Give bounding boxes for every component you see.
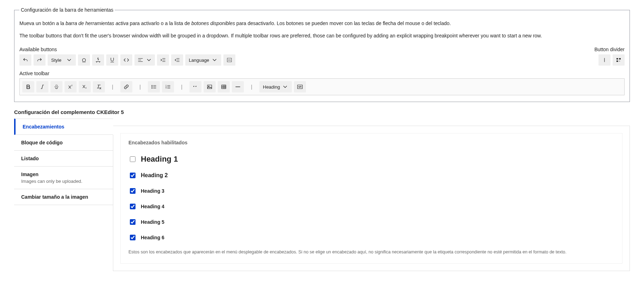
special-char-button[interactable]	[78, 54, 90, 66]
toolbar-separator[interactable]: |	[176, 81, 187, 92]
svg-point-14	[209, 86, 209, 86]
heading-1-checkbox[interactable]	[130, 156, 136, 162]
svg-point-8	[152, 86, 152, 87]
show-blocks-button[interactable]: H1	[223, 54, 235, 66]
plugin-tabs-wrapper: Encabezamientos Bloque de código Listado…	[14, 119, 630, 271]
heading-2-label[interactable]: Heading 2	[141, 172, 168, 179]
numbered-list-button[interactable]: 123	[162, 81, 174, 92]
style-dropdown[interactable]: Style	[48, 54, 76, 66]
code-block-button[interactable]	[294, 81, 306, 92]
heading-4-label[interactable]: Heading 4	[141, 204, 164, 209]
toolbar-separator[interactable]: |	[134, 81, 146, 92]
heading-label: Heading	[263, 84, 280, 90]
svg-text:H1: H1	[228, 59, 231, 61]
active-toolbar-label: Active toolbar	[19, 71, 625, 76]
instruction-1-em1: barra de herramientas activa	[66, 20, 128, 26]
bold-button[interactable]	[22, 81, 34, 92]
heading-option-4: Heading 4	[128, 203, 614, 210]
headings-help-text: Estos son los encabezados que aparecerán…	[128, 249, 614, 256]
toolbar-separator[interactable]: |	[107, 81, 118, 92]
heading-5-checkbox[interactable]	[130, 219, 136, 225]
instruction-1-c: para desactivarlo. Los botones se pueden…	[235, 20, 451, 26]
instruction-1-em2: botones disponibles	[191, 20, 235, 26]
code-button[interactable]	[120, 54, 132, 66]
heading-4-checkbox[interactable]	[130, 204, 136, 209]
tab-sublabel: Images can only be uploaded.	[21, 179, 106, 184]
image-button[interactable]	[204, 81, 216, 92]
underline-button[interactable]	[106, 54, 118, 66]
active-toolbar-list[interactable]: 2 2 | | 123 | | Heading	[19, 78, 625, 95]
svg-rect-3	[619, 58, 621, 60]
alignment-dropdown[interactable]	[134, 54, 155, 66]
headings-panel-title: Encabezados habilitados	[128, 140, 614, 145]
style-label: Style	[51, 58, 61, 63]
heading-option-2: Heading 2	[128, 172, 614, 179]
tabs-list: Encabezamientos Bloque de código Listado…	[14, 119, 113, 205]
heading-1-label[interactable]: Heading 1	[141, 155, 178, 164]
svg-rect-2	[616, 58, 618, 60]
instruction-1-b: para activarlo o a la lista de	[128, 20, 191, 26]
tab-code-block[interactable]: Bloque de código	[14, 135, 113, 151]
remove-format-button[interactable]	[93, 81, 105, 92]
heading-2-checkbox[interactable]	[130, 173, 136, 178]
redo-button[interactable]	[34, 54, 46, 66]
svg-rect-13	[207, 85, 212, 89]
heading-3-checkbox[interactable]	[130, 188, 136, 194]
horizontal-line-button[interactable]	[232, 81, 244, 92]
divider-wrap-button[interactable]	[613, 54, 625, 66]
tab-content: Encabezados habilitados Heading 1 Headin…	[113, 126, 630, 271]
indent-button[interactable]	[157, 54, 169, 66]
language-label: Language	[189, 58, 209, 63]
source-editing-button[interactable]	[92, 54, 104, 66]
tab-label: Encabezamientos	[23, 124, 106, 130]
superscript-button[interactable]: 2	[65, 81, 77, 92]
instruction-1: Mueva un botón a la barra de herramienta…	[19, 20, 625, 27]
heading-option-5: Heading 5	[128, 218, 614, 226]
svg-text:2: 2	[71, 84, 72, 86]
heading-option-6: Heading 6	[128, 234, 614, 241]
instruction-1-a: Mueva un botón a la	[19, 20, 66, 26]
tab-headings[interactable]: Encabezamientos	[14, 119, 113, 135]
divider-separator-button[interactable]	[598, 54, 610, 66]
italic-button[interactable]	[36, 81, 48, 92]
toolbar-separator[interactable]: |	[246, 81, 257, 92]
tab-label: Cambiar tamaño a la imagen	[21, 194, 106, 200]
blockquote-button[interactable]	[189, 81, 201, 92]
undo-button[interactable]	[19, 54, 31, 66]
heading-5-label[interactable]: Heading 5	[141, 219, 164, 225]
tab-label: Listado	[21, 156, 106, 161]
heading-dropdown[interactable]: Heading	[259, 81, 292, 92]
button-divider-label: Button divider	[594, 47, 625, 52]
tab-image-resize[interactable]: Cambiar tamaño a la imagen	[14, 189, 113, 205]
svg-rect-15	[222, 85, 226, 89]
heading-6-checkbox[interactable]	[130, 235, 136, 240]
link-button[interactable]	[120, 81, 132, 92]
subscript-button[interactable]: 2	[79, 81, 91, 92]
svg-point-7	[152, 85, 152, 86]
available-buttons-label: Available buttons	[19, 47, 587, 52]
tab-label: Imagen	[21, 172, 106, 177]
svg-text:3: 3	[165, 87, 167, 89]
tab-list[interactable]: Listado	[14, 151, 113, 167]
heading-6-label[interactable]: Heading 6	[141, 235, 164, 240]
heading-option-1: Heading 1	[128, 155, 614, 164]
language-dropdown[interactable]: Language	[185, 54, 221, 66]
bulleted-list-button[interactable]	[148, 81, 160, 92]
strikethrough-button[interactable]	[50, 81, 62, 92]
outdent-button[interactable]	[171, 54, 183, 66]
heading-option-3: Heading 3	[128, 187, 614, 195]
tab-label: Bloque de código	[21, 140, 106, 145]
heading-3-label[interactable]: Heading 3	[141, 188, 164, 194]
tab-image[interactable]: Imagen Images can only be uploaded.	[14, 167, 113, 189]
svg-point-9	[152, 88, 152, 89]
fieldset-legend: Configuración de la barra de herramienta…	[19, 7, 115, 13]
svg-text:2: 2	[85, 87, 86, 89]
toolbar-config-fieldset: Configuración de la barra de herramienta…	[14, 7, 630, 102]
svg-rect-4	[616, 61, 618, 62]
table-button[interactable]	[218, 81, 230, 92]
plugin-section-title: Configuración del complemento CKEditor 5	[14, 109, 630, 115]
available-buttons-list: Style Language H1	[19, 54, 587, 66]
instruction-2: The toolbar buttons that don't fit the u…	[19, 32, 625, 40]
